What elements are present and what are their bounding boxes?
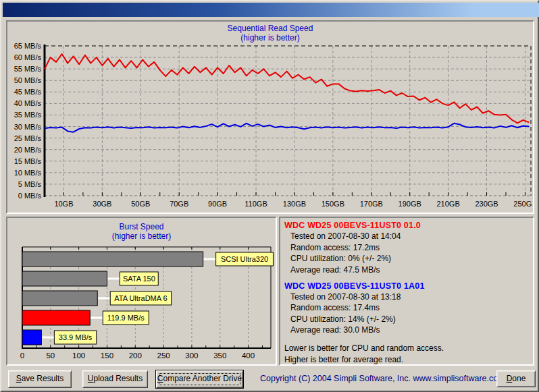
x-axis-label: 70GB — [170, 200, 188, 208]
sequential-read-chart: 0 MB/s5 MB/s10 MB/s15 MB/s20 MB/s25 MB/s… — [7, 22, 532, 212]
blue-series-line — [45, 123, 529, 132]
done-button[interactable]: Done — [496, 370, 536, 387]
y-axis-label: 65 MB/s — [14, 42, 42, 50]
x-axis-label: 110GB — [245, 200, 267, 208]
x-axis-label: 130GB — [283, 200, 306, 208]
burst-chart-title: Burst Speed — [7, 222, 276, 231]
y-axis-label: 35 MB/s — [14, 111, 42, 119]
y-axis-label: 30 MB/s — [14, 123, 42, 131]
drive2-average-read: Average read: 30.0 MB/s — [284, 325, 529, 335]
hd-tach-window: HD Tach version 3.0.4.0 - For non-commer… — [0, 0, 539, 392]
drive2-random-access: Random access: 17.4ms — [284, 303, 529, 312]
y-axis-label: 55 MB/s — [14, 65, 42, 73]
burst-bar-label: SCSI Ultra320 — [221, 255, 268, 263]
burst-bar — [22, 291, 97, 306]
burst-bar — [22, 271, 107, 286]
drive2-tested: Tested on 2007-08-30 at 13:18 — [284, 292, 529, 302]
result-notes: Lower is better for CPU and random acces… — [284, 343, 529, 366]
compare-another-drive-button[interactable]: Compare Another Drive — [156, 370, 243, 388]
x-axis-label: 50GB — [131, 200, 150, 208]
save-results-button[interactable]: Save Results — [8, 370, 72, 388]
drive1-cpu-utilization: CPU utilization: 0% (+/- 2%) — [284, 254, 529, 263]
drive1-random-access: Random access: 17.2ms — [284, 243, 529, 252]
x-axis-label: 50 — [46, 352, 55, 360]
y-axis-label: 0 MB/s — [18, 192, 42, 200]
x-axis-label: 250GB — [513, 200, 532, 208]
y-axis-label: 20 MB/s — [14, 146, 42, 154]
y-axis-label: 50 MB/s — [14, 76, 42, 84]
window-titlebar[interactable]: HD Tach version 3.0.4.0 - For non-commer… — [3, 3, 539, 17]
y-axis-label: 25 MB/s — [14, 134, 42, 142]
x-axis-label: 150GB — [322, 200, 344, 208]
burst-bar — [22, 330, 41, 345]
x-axis-label: 90GB — [208, 200, 227, 208]
burst-chart-subtitle: (higher is better) — [7, 231, 276, 241]
burst-bar — [22, 310, 90, 325]
y-axis-label: 45 MB/s — [14, 88, 42, 96]
y-axis-label: 10 MB/s — [14, 169, 42, 177]
upload-results-button[interactable]: Upload Results — [82, 370, 148, 388]
burst-bar-label: SATA 150 — [123, 275, 155, 283]
note-line: Lower is better for CPU and random acces… — [284, 343, 529, 353]
x-axis-label: 350 — [213, 352, 226, 360]
drive2-name: WDC WD25 00BEVS-11UST0 1A01 — [284, 281, 529, 291]
x-axis-label: 230GB — [475, 200, 498, 208]
drive2-cpu-utilization: CPU utilization: 14% (+/- 2%) — [284, 314, 529, 324]
x-axis-label: 210GB — [437, 200, 460, 208]
sequential-read-panel: Sequential Read Speed (higher is better)… — [6, 20, 534, 214]
burst-bar-label: 119.9 MB/s — [107, 314, 145, 322]
copyright-text: Copyright (C) 2004 Simpli Software, Inc.… — [260, 374, 505, 383]
y-axis-label: 15 MB/s — [14, 157, 42, 165]
burst-bar-label: ATA UltraDMA 6 — [114, 294, 167, 302]
burst-bar — [22, 252, 203, 267]
x-axis-label: 0 — [20, 352, 24, 360]
results-panel: WDC WD25 00BEVS-11UST0 01.0 Tested on 20… — [279, 217, 534, 366]
x-axis-label: 150 — [101, 352, 113, 360]
y-axis-label: 5 MB/s — [18, 180, 42, 188]
burst-speed-panel: Burst Speed (higher is better) SCSI Ultr… — [6, 217, 277, 366]
drive1-average-read: Average read: 47.5 MB/s — [284, 265, 529, 275]
x-axis-label: 200 — [129, 352, 142, 360]
x-axis-label: 30GB — [93, 200, 111, 208]
x-axis-label: 300 — [185, 352, 198, 360]
drive1-tested: Tested on 2007-08-30 at 14:04 — [284, 231, 529, 241]
red-series-line — [45, 54, 529, 123]
x-axis-label: 10GB — [54, 200, 73, 208]
x-axis-label: 100 — [72, 352, 85, 360]
x-axis-label: 170GB — [360, 200, 383, 208]
x-axis-label: 190GB — [399, 200, 421, 208]
y-axis-label: 40 MB/s — [14, 99, 42, 107]
burst-speed-chart: SCSI Ultra320SATA 150ATA UltraDMA 6119.9… — [7, 245, 275, 391]
x-axis-label: 250 — [157, 352, 170, 360]
note-line: Higher is better for average read. — [284, 355, 529, 364]
drive1-name: WDC WD25 00BEVS-11UST0 01.0 — [284, 221, 529, 230]
y-axis-label: 60 MB/s — [14, 53, 42, 61]
burst-bar-label: 33.9 MB/s — [59, 333, 93, 341]
x-axis-label: 400 — [242, 352, 255, 360]
